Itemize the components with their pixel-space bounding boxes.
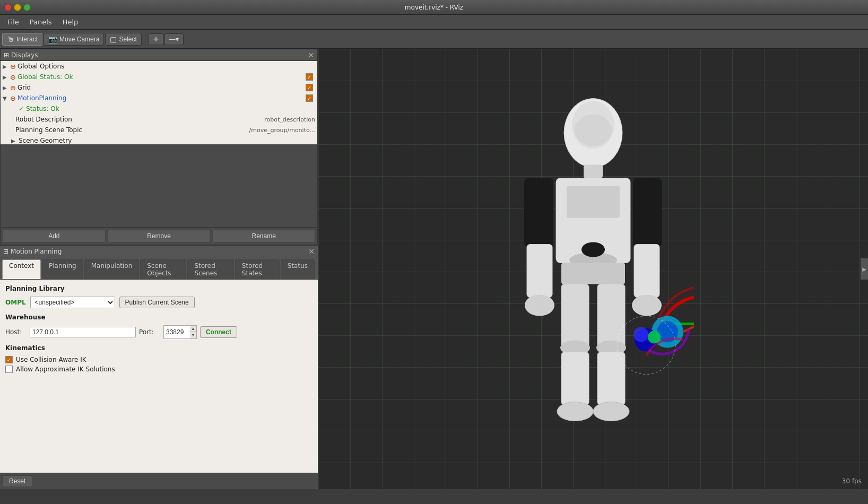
tab-scene-objects[interactable]: Scene Objects [140, 259, 186, 279]
tab-status[interactable]: Status [281, 259, 315, 279]
svg-rect-3 [584, 165, 603, 178]
svg-point-21 [593, 402, 629, 421]
label-motion-planning: MotionPlanning [18, 94, 306, 102]
label-global-status: Global Status: Ok [18, 73, 306, 81]
reset-button[interactable]: Reset [2, 475, 32, 487]
motion-planning-icon: ⊞ [3, 248, 8, 255]
checkbox-grid[interactable] [306, 84, 313, 91]
menu-panels[interactable]: Panels [24, 16, 57, 28]
select-label: Select [119, 36, 136, 43]
svg-point-2 [575, 115, 612, 146]
use-collision-ik-checkbox[interactable] [5, 356, 13, 363]
motion-planning-close-button[interactable]: ✕ [308, 247, 315, 256]
rename-button[interactable]: Rename [212, 230, 315, 242]
host-row: Host: Port: ▲ ▼ Connect [5, 325, 313, 339]
svg-point-11 [525, 295, 554, 316]
checkbox-global-status[interactable] [306, 73, 313, 81]
menu-help[interactable]: Help [57, 16, 84, 28]
svg-rect-13 [561, 263, 625, 284]
label-scene-geometry: Scene Geometry [19, 137, 315, 144]
use-collision-ik-label: Use Collision-Aware IK [16, 356, 86, 363]
port-input[interactable] [163, 325, 190, 339]
viewport[interactable]: 30 fps ▶ [318, 49, 868, 489]
label-status-ok: Status: Ok [26, 105, 315, 112]
port-up-button[interactable]: ▲ [190, 326, 196, 332]
icon-grid: ⊕ [10, 84, 16, 92]
displays-title-text: Displays [11, 51, 38, 59]
tab-context[interactable]: Context [2, 259, 41, 279]
add-tool-button[interactable]: ✛ [149, 33, 163, 45]
tree-item-scene-geometry[interactable]: ▶ Scene Geometry [1, 135, 317, 144]
tab-stored-states[interactable]: Stored States [235, 259, 280, 279]
publish-current-scene-button[interactable]: Publish Current Scene [119, 297, 195, 308]
left-panel: ⊞ Displays ✕ ▶ ⊕ Global Options ▶ ⊕ Glob… [0, 49, 318, 489]
port-down-button[interactable]: ▼ [190, 332, 196, 338]
motion-planning-title: ⊞ Motion Planning [3, 248, 62, 255]
svg-rect-14 [561, 284, 589, 348]
displays-title: ⊞ Displays [4, 51, 38, 59]
select-button[interactable]: ▢ Select [105, 33, 141, 46]
use-collision-ik-row: Use Collision-Aware IK [5, 356, 313, 363]
tree-item-planning-scene-topic: Planning Scene Topic /move_group/monito.… [1, 125, 317, 135]
interact-button[interactable]: 🖱 Interact [2, 33, 42, 46]
viewport-expand-arrow[interactable]: ▶ [861, 258, 868, 280]
ompl-label: OMPL [5, 299, 26, 306]
value-robot-description: robot_description [264, 116, 315, 123]
displays-header: ⊞ Displays ✕ [1, 49, 317, 61]
move-camera-label: Move Camera [59, 36, 99, 43]
robot-svg [492, 96, 694, 441]
tree-item-motion-planning[interactable]: ▼ ⊕ MotionPlanning [1, 93, 317, 103]
tab-planning[interactable]: Planning [42, 259, 83, 279]
fps-label: 30 fps [842, 477, 862, 485]
extra-tool-button[interactable]: —▾ [164, 33, 184, 45]
checkbox-motion-planning[interactable] [306, 94, 313, 102]
maximize-button[interactable] [23, 4, 31, 11]
menu-file[interactable]: File [2, 16, 24, 28]
minimize-button[interactable] [14, 4, 21, 11]
svg-rect-19 [597, 352, 625, 405]
icon-global-options: ⊕ [10, 63, 16, 71]
camera-icon: 📷 [48, 35, 57, 44]
arrow-global-options[interactable]: ▶ [3, 64, 10, 69]
host-input[interactable] [30, 327, 136, 337]
main-layout: ⊞ Displays ✕ ▶ ⊕ Global Options ▶ ⊕ Glob… [0, 49, 868, 489]
arrow-motion-planning[interactable]: ▼ [3, 95, 10, 101]
interact-label: Interact [16, 36, 38, 43]
allow-approx-ik-row: Allow Approximate IK Solutions [5, 366, 313, 373]
move-camera-button[interactable]: 📷 Move Camera [44, 33, 104, 46]
arrow-global-status[interactable]: ▶ [3, 74, 10, 80]
remove-button[interactable]: Remove [108, 230, 211, 242]
svg-rect-18 [561, 352, 589, 405]
tree-item-global-status[interactable]: ▶ ⊕ Global Status: Ok [1, 72, 317, 82]
port-spinner: ▲ ▼ [190, 325, 197, 339]
motion-planning-tabs: Context Planning Manipulation Scene Obje… [0, 257, 318, 280]
displays-icon: ⊞ [4, 51, 9, 59]
tree-item-grid[interactable]: ▶ ⊕ Grid [1, 82, 317, 93]
displays-close-button[interactable]: ✕ [308, 51, 314, 59]
allow-approx-ik-checkbox[interactable] [5, 366, 13, 373]
connect-button[interactable]: Connect [200, 326, 237, 338]
robot-container [492, 96, 694, 442]
close-button[interactable] [4, 4, 12, 11]
label-grid: Grid [18, 84, 306, 91]
arrow-scene-geometry[interactable]: ▶ [11, 138, 19, 144]
svg-point-20 [557, 402, 593, 421]
host-label: Host: [5, 328, 27, 336]
svg-rect-5 [567, 186, 620, 218]
tab-manipulation[interactable]: Manipulation [84, 259, 140, 279]
select-icon: ▢ [110, 35, 117, 44]
value-planning-scene-topic: /move_group/monito... [249, 127, 315, 134]
tree-item-robot-description: Robot Description robot_description [1, 114, 317, 125]
toolbar-separator [145, 33, 145, 46]
tree-item-global-options[interactable]: ▶ ⊕ Global Options [1, 61, 317, 72]
add-button[interactable]: Add [3, 230, 106, 242]
tab-stored-scenes[interactable]: Stored Scenes [187, 259, 233, 279]
planner-select[interactable]: <unspecified> RRTConnect RRT PRM [30, 297, 115, 308]
svg-point-22 [581, 242, 605, 257]
arrow-grid[interactable]: ▶ [3, 85, 10, 91]
window-controls[interactable] [4, 4, 31, 11]
displays-btn-bar: Add Remove Rename [1, 227, 317, 245]
tab-content-context: Planning Library OMPL <unspecified> RRTC… [0, 280, 318, 473]
motion-planning-title-text: Motion Planning [11, 248, 62, 255]
kinematics-title: Kinematics [5, 344, 313, 352]
